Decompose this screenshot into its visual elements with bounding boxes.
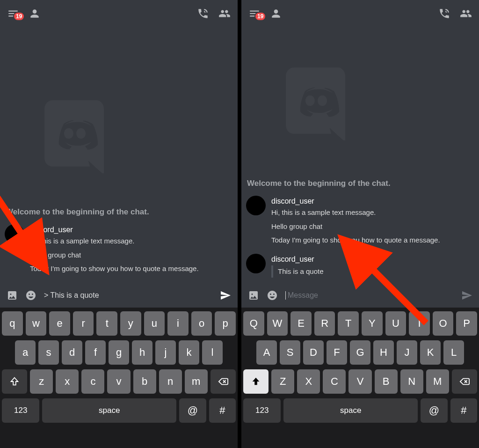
chat-header: 19	[0, 0, 238, 27]
key-a[interactable]: A	[256, 340, 277, 365]
key-d[interactable]: D	[303, 340, 324, 365]
message-input-bar: > This is a quote	[0, 285, 238, 308]
key-z[interactable]: z	[30, 369, 53, 394]
member-icon[interactable]	[28, 7, 41, 20]
key-w[interactable]: w	[26, 311, 47, 336]
key-b[interactable]: B	[375, 369, 398, 394]
annotation-arrow	[333, 229, 435, 332]
send-button[interactable]	[461, 290, 472, 301]
key-a[interactable]: a	[15, 340, 36, 365]
key-i[interactable]: i	[167, 311, 189, 336]
svg-line-1	[0, 194, 42, 264]
key-f[interactable]: F	[327, 340, 347, 365]
key-k[interactable]: k	[179, 340, 199, 365]
emoji-icon[interactable]	[25, 290, 36, 301]
avatar[interactable]	[246, 254, 266, 273]
username[interactable]: discord_user	[271, 254, 324, 264]
numbers-key[interactable]: 123	[2, 398, 39, 423]
pane-divider	[238, 0, 241, 448]
key-w[interactable]: W	[267, 311, 288, 336]
key-d[interactable]: d	[62, 340, 82, 365]
key-n[interactable]: n	[159, 369, 182, 394]
at-key[interactable]: @	[421, 398, 447, 423]
at-key[interactable]: @	[179, 398, 206, 423]
right-screenshot: 19 Welcome to the beginning of the chat.	[241, 0, 479, 448]
upload-image-icon[interactable]	[248, 290, 259, 301]
key-y[interactable]: y	[120, 311, 141, 336]
space-key[interactable]: space	[283, 398, 418, 423]
shift-key[interactable]	[2, 369, 27, 394]
upload-image-icon[interactable]	[7, 290, 18, 301]
key-b[interactable]: b	[133, 369, 156, 394]
key-h[interactable]: h	[132, 340, 152, 365]
key-l[interactable]: l	[202, 340, 223, 365]
key-f[interactable]: f	[85, 340, 106, 365]
avatar[interactable]	[246, 196, 266, 215]
key-p[interactable]: P	[456, 311, 477, 336]
backspace-key[interactable]	[452, 369, 477, 394]
key-r[interactable]: R	[314, 311, 335, 336]
key-k[interactable]: K	[420, 340, 441, 365]
message-input[interactable]: > This is a quote	[44, 291, 212, 300]
key-x[interactable]: X	[297, 369, 320, 394]
svg-line-3	[347, 243, 426, 323]
key-o[interactable]: o	[191, 311, 212, 336]
key-m[interactable]: M	[426, 369, 449, 394]
notification-badge: 19	[254, 12, 266, 21]
numbers-key[interactable]: 123	[243, 398, 281, 423]
quoted-text: This is a quote	[271, 265, 324, 278]
key-v[interactable]: v	[107, 369, 130, 394]
key-g[interactable]: g	[109, 340, 129, 365]
annotation-arrow	[0, 194, 65, 283]
shift-key-active[interactable]	[243, 369, 269, 394]
call-button[interactable]	[438, 7, 451, 20]
backspace-key[interactable]	[210, 369, 236, 394]
key-s[interactable]: s	[38, 340, 59, 365]
key-r[interactable]: r	[73, 311, 94, 336]
key-c[interactable]: C	[323, 369, 346, 394]
key-q[interactable]: Q	[243, 311, 264, 336]
welcome-text: Welcome to the beginning of the chat.	[247, 179, 474, 188]
message-line: Hi, this is a sample text message.	[271, 207, 440, 218]
key-o[interactable]: O	[433, 311, 454, 336]
key-j[interactable]: j	[155, 340, 176, 365]
member-icon[interactable]	[269, 7, 283, 20]
space-key[interactable]: space	[42, 398, 176, 423]
key-p[interactable]: p	[215, 311, 236, 336]
key-e[interactable]: e	[49, 311, 70, 336]
chat-header: 19	[241, 0, 479, 27]
hash-key[interactable]: #	[450, 398, 477, 423]
username[interactable]: discord_user	[271, 196, 440, 206]
hash-key[interactable]: #	[209, 398, 236, 423]
key-e[interactable]: E	[290, 311, 312, 336]
menu-button[interactable]: 19	[7, 7, 20, 20]
key-u[interactable]: u	[144, 311, 165, 336]
placeholder-text: Message	[288, 291, 318, 299]
members-button[interactable]	[218, 7, 231, 20]
key-n[interactable]: N	[400, 369, 423, 394]
key-g[interactable]: G	[350, 340, 370, 365]
members-button[interactable]	[459, 7, 472, 20]
key-j[interactable]: J	[397, 340, 417, 365]
key-v[interactable]: V	[348, 369, 371, 394]
emoji-icon[interactable]	[267, 290, 278, 301]
key-m[interactable]: m	[185, 369, 208, 394]
key-c[interactable]: c	[81, 369, 104, 394]
key-l[interactable]: L	[443, 340, 464, 365]
key-h[interactable]: H	[373, 340, 394, 365]
notification-badge: 19	[13, 12, 25, 21]
key-s[interactable]: S	[280, 340, 300, 365]
key-q[interactable]: q	[2, 311, 23, 336]
send-button[interactable]	[220, 290, 231, 301]
menu-button[interactable]: 19	[248, 7, 261, 20]
key-z[interactable]: Z	[271, 369, 294, 394]
key-t[interactable]: t	[96, 311, 117, 336]
on-screen-keyboard: qwertyuiop asdfghjkl zxcvbnm 123 space @…	[0, 308, 238, 448]
left-screenshot: 19 Welcome to the beginning of the chat.	[0, 0, 238, 448]
call-button[interactable]	[196, 7, 210, 20]
key-x[interactable]: x	[56, 369, 79, 394]
